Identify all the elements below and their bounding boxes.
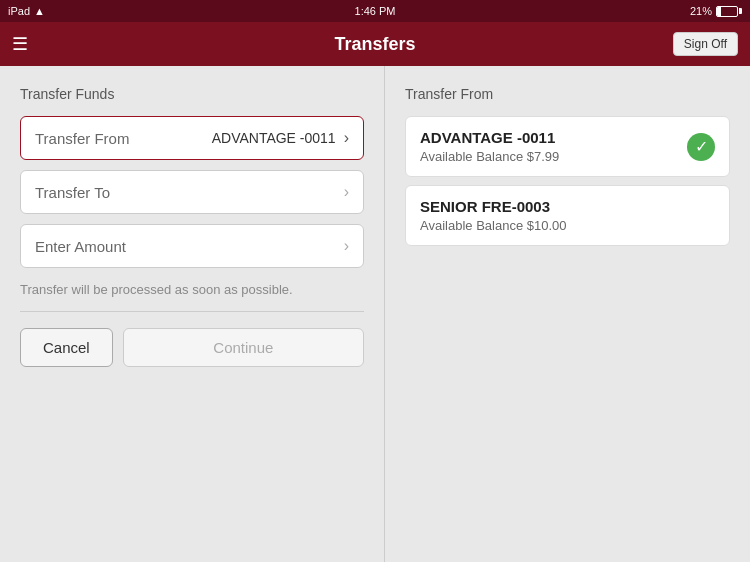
transfer-from-value: ADVANTAGE -0011 › — [212, 129, 349, 147]
enter-amount-field[interactable]: Enter Amount › — [20, 224, 364, 268]
button-row: Cancel Continue — [20, 328, 364, 367]
cancel-button[interactable]: Cancel — [20, 328, 113, 367]
transfer-from-title: Transfer From — [405, 86, 730, 102]
account-item-advantage[interactable]: ADVANTAGE -0011 Available Balance $7.99 … — [405, 116, 730, 177]
transfer-funds-title: Transfer Funds — [20, 86, 364, 102]
left-panel: Transfer Funds Transfer From ADVANTAGE -… — [0, 66, 385, 562]
device-label: iPad — [8, 5, 30, 17]
info-text: Transfer will be processed as soon as po… — [20, 282, 364, 297]
transfer-to-label: Transfer To — [35, 184, 110, 201]
account-name-advantage: ADVANTAGE -0011 — [420, 129, 559, 146]
battery-percent: 21% — [690, 5, 712, 17]
enter-amount-chevron-icon: › — [344, 237, 349, 255]
selected-check-icon: ✓ — [687, 133, 715, 161]
account-info-senior: SENIOR FRE-0003 Available Balance $10.00 — [420, 198, 567, 233]
right-panel: Transfer From ADVANTAGE -0011 Available … — [385, 66, 750, 562]
sign-off-button[interactable]: Sign Off — [673, 32, 738, 56]
account-info-advantage: ADVANTAGE -0011 Available Balance $7.99 — [420, 129, 559, 164]
transfer-to-field[interactable]: Transfer To › — [20, 170, 364, 214]
status-bar-right: 21% — [690, 5, 742, 17]
transfer-to-chevron-icon: › — [344, 183, 349, 201]
account-name-senior: SENIOR FRE-0003 — [420, 198, 567, 215]
transfer-from-field[interactable]: Transfer From ADVANTAGE -0011 › — [20, 116, 364, 160]
transfer-from-label: Transfer From — [35, 130, 129, 147]
navbar-title: Transfers — [334, 34, 415, 55]
status-bar-left: iPad ▲ — [8, 5, 45, 17]
account-balance-senior: Available Balance $10.00 — [420, 218, 567, 233]
menu-icon[interactable]: ☰ — [12, 33, 28, 55]
battery-icon — [716, 6, 742, 17]
status-bar-time: 1:46 PM — [355, 5, 396, 17]
account-balance-advantage: Available Balance $7.99 — [420, 149, 559, 164]
divider — [20, 311, 364, 312]
main-content: Transfer Funds Transfer From ADVANTAGE -… — [0, 66, 750, 562]
wifi-icon: ▲ — [34, 5, 45, 17]
account-item-senior[interactable]: SENIOR FRE-0003 Available Balance $10.00 — [405, 185, 730, 246]
enter-amount-label: Enter Amount — [35, 238, 126, 255]
status-bar: iPad ▲ 1:46 PM 21% — [0, 0, 750, 22]
navbar: ☰ Transfers Sign Off — [0, 22, 750, 66]
transfer-from-chevron-icon: › — [344, 129, 349, 147]
continue-button: Continue — [123, 328, 364, 367]
